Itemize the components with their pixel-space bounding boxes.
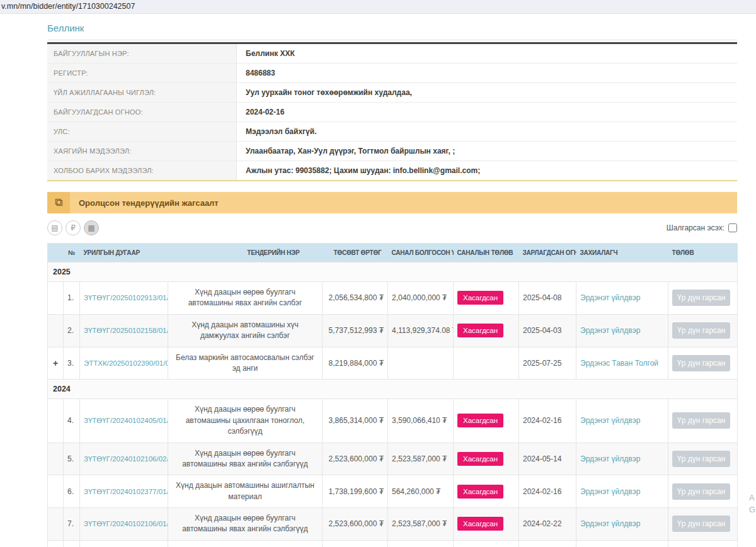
announced-date: 2025-04-03: [519, 314, 576, 347]
client-link[interactable]: Эрдэнэт үйлдвэр: [580, 326, 640, 335]
passed-filter-label: Шалгарсан эсэх:: [667, 223, 724, 232]
passed-filter-checkbox[interactable]: [728, 223, 737, 232]
offer-status-badge: Хасагдсан: [457, 452, 503, 466]
col-header-tender-name: ТЕНДЕРИЙН НЭР: [168, 244, 323, 262]
result-state-button[interactable]: Үр дүн гарсан: [672, 322, 730, 339]
calendar-icon[interactable]: ▦: [84, 220, 99, 235]
invitation-link[interactable]: ЗҮТӨҮГ/20250102158/01/01: [84, 327, 168, 334]
offer-status-badge: Хасагдсан: [457, 414, 503, 427]
client-cell: Эрдэнэт үйлдвэр: [576, 475, 668, 508]
info-label: РЕГИСТР:: [47, 64, 237, 83]
tender-row: 4.ЗҮТӨҮГ/20240102405/01/01Хүнд даацын өө…: [48, 399, 738, 443]
offer-value: 3,590,066,410 ₮: [388, 399, 454, 443]
offer-value: 564,260,000 ₮: [388, 475, 454, 508]
offer-value: 2,040,000,000 ₮: [388, 282, 454, 315]
budget-value: 1,738,199,600 ₮: [323, 540, 388, 547]
row-number: 4.: [64, 399, 80, 443]
tender-name: Хүнд даацын өөрөө буулгагч автомашины яв…: [168, 282, 323, 315]
result-state-cell: Үр дүн гарсан: [668, 475, 738, 508]
result-state-button[interactable]: Үр дүн гарсан: [672, 451, 730, 467]
info-label: ХАЯГИЙН МЭДЭЭЛЭЛ:: [47, 142, 237, 161]
result-state-button[interactable]: Үр дүн гарсан: [672, 483, 730, 500]
budget-value: 3,865,314,000 ₮: [323, 399, 388, 443]
result-state-cell: Үр дүн гарсан: [668, 399, 738, 443]
page-content: Беллинк БАЙГУУЛЛАГЫН НЭР:Беллинк ХХКРЕГИ…: [47, 14, 737, 547]
row-number: 8.: [64, 540, 80, 547]
tender-row: 1.ЗҮТӨҮГ/20250102913/01/01Хүнд даацын өө…: [48, 282, 738, 315]
expander-header: [48, 244, 64, 262]
info-label: БАЙГУУЛЛАГЫН НЭР:: [47, 43, 237, 64]
invitation-cell: ЗҮТӨҮГ/20250102158/01/01: [80, 314, 168, 347]
client-link[interactable]: Эрдэнэт үйлдвэр: [580, 519, 640, 528]
invitation-link[interactable]: ЭТТХК/20250102390/01/01: [84, 359, 168, 367]
offer-status-cell: Хасагдсан: [454, 475, 519, 508]
client-cell: Эрдэнэс Таван Толгой: [576, 347, 668, 380]
offer-status-cell: Хасагдсан: [454, 443, 519, 475]
info-label: БАЙГУУЛАГДСАН ОГНОО:: [47, 103, 237, 122]
row-number: 6.: [64, 475, 80, 508]
entity-info-table: БАЙГУУЛЛАГЫН НЭР:Беллинк ХХКРЕГИСТР:8486…: [47, 42, 737, 181]
row-number: 1.: [64, 282, 80, 315]
receipt-icon[interactable]: ▤: [47, 220, 62, 235]
budget-value: 5,737,512,993 ₮: [323, 314, 388, 347]
offer-value: 2,523,587,000 ₮: [388, 443, 454, 475]
info-row: ХАЯГИЙН МЭДЭЭЛЭЛ:Улаанбаатар, Хан-Уул дү…: [47, 142, 737, 161]
info-row: ҮЙЛ АЖИЛЛАГААНЫ ЧИГЛЭЛ:Уул уурхайн тоног…: [47, 83, 737, 103]
invitation-cell: ЗҮТӨҮГ/20240102106/01/01: [80, 508, 168, 541]
client-cell: Эрдэнэт үйлдвэр: [576, 443, 668, 475]
result-state-button[interactable]: Үр дүн гарсан: [672, 516, 730, 532]
tender-row: 5.ЗҮТӨҮГ/20240102106/02/01Хүнд даацын өө…: [48, 443, 738, 475]
price-icon[interactable]: ₽: [66, 220, 81, 235]
offer-value: 4,113,929,374.08 ₮: [388, 314, 454, 347]
client-cell: Эрдэнэт үйлдвэр: [576, 508, 668, 541]
client-link[interactable]: Эрдэнэс Таван Толгой: [580, 359, 658, 368]
announced-date: 2025-04-08: [519, 282, 576, 315]
entity-title-link[interactable]: Беллинк: [47, 23, 84, 33]
entity-info-body: БАЙГУУЛЛАГЫН НЭР:Беллинк ХХКРЕГИСТР:8486…: [47, 43, 737, 181]
client-link[interactable]: Эрдэнэт үйлдвэр: [580, 454, 640, 463]
result-state-button[interactable]: Үр дүн гарсан: [672, 355, 730, 371]
info-value: Беллинк ХХК: [237, 43, 738, 64]
info-value: 2024-02-16: [237, 103, 738, 122]
expander-cell: [48, 508, 64, 541]
client-link[interactable]: Эрдэнэт үйлдвэр: [580, 416, 640, 425]
result-state-cell: Үр дүн гарсан: [668, 347, 738, 380]
tender-name: Хүнд даацын автомашины хүч дамжуулах анг…: [168, 314, 323, 347]
table-toolbar: ▤ ₽ ▦ Шалгарсан эсэх:: [47, 220, 737, 235]
result-state-button[interactable]: Үр дүн гарсан: [672, 412, 730, 429]
expander-cell: [48, 443, 64, 475]
client-cell: Эрдэнэт үйлдвэр: [576, 282, 668, 315]
offer-status-cell: Хасагдсан: [454, 508, 519, 541]
url-bar[interactable]: v.mn/mn/bidder/entity/1710300242507: [0, 0, 756, 14]
invitation-link[interactable]: ЗҮТӨҮГ/20250102913/01/01: [84, 294, 168, 302]
invitation-cell: ЗҮТӨҮГ/20240102405/01/01: [80, 399, 168, 443]
client-link[interactable]: Эрдэнэт үйлдвэр: [580, 487, 640, 496]
title-divider: [47, 40, 737, 40]
col-header-announced-date: ЗАРЛАГДСАН ОГНОО: [519, 244, 576, 262]
documents-icon: ⧉: [47, 192, 70, 213]
invitation-link[interactable]: ЗҮТӨҮГ/20240102377/01/01: [84, 488, 168, 495]
invitation-link[interactable]: ЗҮТӨҮГ/20240102106/02/01: [84, 455, 168, 463]
client-link[interactable]: Эрдэнэт үйлдвэр: [580, 293, 640, 302]
invitation-link[interactable]: ЗҮТӨҮГ/20240102405/01/01: [84, 417, 168, 424]
tender-name: Белаз маркийн автосамосвалын сэлбэг эд а…: [168, 347, 323, 380]
expand-button[interactable]: +: [48, 347, 64, 380]
expand-button[interactable]: +: [48, 540, 64, 547]
col-header-budget: ТӨСӨВТ ӨРТӨГ: [323, 244, 388, 262]
info-value: Ажлын утас: 99035882; Цахим шуудан: info…: [237, 161, 738, 181]
tender-row: 2.ЗҮТӨҮГ/20250102158/01/01Хүнд даацын ав…: [48, 314, 738, 347]
result-state-button[interactable]: Үр дүн гарсан: [672, 290, 730, 306]
info-value: 8486883: [237, 64, 738, 83]
year-label: 2025: [48, 262, 738, 282]
tender-name: Хүнд даацын автомашины ашиглалтын матери…: [168, 540, 323, 547]
announced-date: 2024-05-14: [519, 443, 576, 475]
info-value: Мэдээлэл байхгүй.: [237, 122, 738, 142]
offer-status-badge: Хасагдсан: [457, 291, 503, 305]
info-row: БАЙГУУЛАГДСАН ОГНОО:2024-02-16: [47, 103, 737, 122]
row-number: 7.: [64, 508, 80, 541]
section-title: Оролцсон тендерүүдийн жагсаалт: [79, 198, 219, 208]
invitation-link[interactable]: ЗҮТӨҮГ/20240102106/01/01: [84, 520, 168, 527]
offer-status-cell: Хасагдсан: [454, 399, 519, 443]
client-cell: Эрдэнэт үйлдвэр: [576, 540, 668, 547]
row-number: 3.: [64, 347, 80, 380]
